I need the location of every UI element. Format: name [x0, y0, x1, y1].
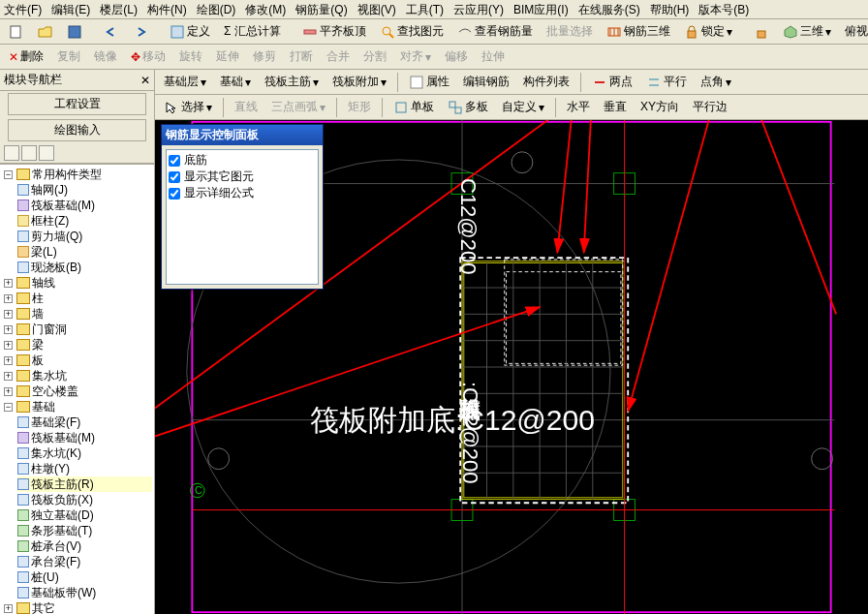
multi-button[interactable]: 多板	[443, 97, 493, 117]
view-rebar-button[interactable]: 查看钢筋量	[452, 21, 538, 42]
tree-shear-wall[interactable]: 剪力墙(Q)	[17, 229, 152, 244]
component-tree[interactable]: −常用构件类型 轴网(J) 筏板基础(M) 框柱(Z) 剪力墙(Q) 梁(L) …	[0, 164, 154, 614]
select-button[interactable]: 选择▾	[159, 97, 217, 117]
tree-raft-base2[interactable]: 筏板基础(M)	[17, 430, 152, 445]
save-icon[interactable]	[62, 22, 87, 42]
break-button[interactable]: 打断	[285, 46, 318, 67]
flat-top-button[interactable]: 平齐板顶	[297, 21, 371, 42]
tree-other[interactable]: +其它	[4, 600, 152, 614]
open-icon[interactable]	[33, 22, 58, 42]
rebar-display-panel[interactable]: 钢筋显示控制面板 底筋 显示其它图元 显示详细公式	[161, 124, 324, 290]
tree-pile[interactable]: 桩(U)	[17, 569, 152, 585]
find-button[interactable]: 查找图元	[375, 21, 449, 42]
tree-axis-net[interactable]: 轴网(J)	[17, 182, 152, 198]
mirror-button[interactable]: 镜像	[89, 46, 122, 67]
tree-raft-main[interactable]: 筏板主筋(R)	[17, 476, 152, 492]
split-button[interactable]: 分割	[358, 46, 391, 67]
level-button[interactable]: 水平	[562, 97, 595, 117]
menu-file[interactable]: 文件(F)	[4, 2, 42, 16]
single-button[interactable]: 单板	[388, 97, 439, 117]
base-item-select[interactable]: 基础▾	[215, 72, 256, 92]
menu-component[interactable]: 构件(N)	[147, 2, 187, 16]
check-other[interactable]: 显示其它图元	[169, 169, 316, 185]
tree-iso-foot[interactable]: 独立基础(D)	[17, 507, 152, 523]
raft-add-select[interactable]: 筏板附加▾	[327, 72, 391, 92]
stretch-button[interactable]: 拉伸	[477, 46, 510, 67]
xy-button[interactable]: XY方向	[636, 97, 684, 117]
vert-button[interactable]: 垂直	[599, 97, 632, 117]
menu-draw[interactable]: 绘图(D)	[197, 2, 236, 16]
rotate-button[interactable]: 旋转	[174, 46, 207, 67]
unlock-icon[interactable]	[749, 22, 774, 42]
rebar-3d-button[interactable]: 钢筋三维	[602, 21, 675, 42]
tree-sump-k[interactable]: 集水坑(K)	[17, 445, 152, 461]
tree-icon[interactable]	[39, 145, 54, 161]
menu-bim[interactable]: BIM应用(I)	[513, 2, 569, 16]
move-button[interactable]: ✥移动	[126, 46, 170, 67]
view-mode-select[interactable]: 三维▾	[778, 21, 836, 42]
custom-button[interactable]: 自定义▾	[497, 97, 549, 117]
define-button[interactable]: 定义	[165, 21, 215, 42]
menu-tool[interactable]: 工具(T)	[406, 2, 444, 16]
tree-axis[interactable]: +轴线	[4, 275, 152, 291]
tree-hollow[interactable]: +空心楼盖	[4, 384, 152, 399]
menu-rebar[interactable]: 钢筋量(Q)	[295, 2, 347, 16]
line-button[interactable]: 直线	[230, 97, 263, 117]
tree-base-band[interactable]: 基础板带(W)	[17, 585, 152, 600]
undo-icon[interactable]	[99, 22, 124, 42]
redo-icon[interactable]	[128, 22, 153, 42]
tree-column[interactable]: +柱	[4, 291, 152, 306]
menu-version[interactable]: 版本号(B)	[698, 2, 749, 16]
extend-button[interactable]: 延伸	[211, 46, 244, 67]
tree-sump[interactable]: +集水坑	[4, 368, 152, 384]
batch-select-button[interactable]: 批量选择	[542, 21, 598, 42]
corner-button[interactable]: 点角▾	[696, 72, 736, 92]
trim-button[interactable]: 修剪	[248, 46, 281, 67]
tree-raft-base[interactable]: 筏板基础(M)	[17, 198, 152, 213]
sum-button[interactable]: Σ 汇总计算	[219, 21, 286, 42]
offset-button[interactable]: 偏移	[440, 46, 473, 67]
merge-button[interactable]: 合并	[322, 46, 355, 67]
lock-button[interactable]: 锁定▾	[679, 21, 737, 42]
rect-button[interactable]: 矩形	[343, 97, 376, 117]
tree-root[interactable]: −常用构件类型	[4, 167, 152, 182]
tree-opening[interactable]: +门窗洞	[4, 322, 152, 337]
align-button[interactable]: 对齐▾	[395, 46, 436, 67]
menu-cloud[interactable]: 云应用(Y)	[453, 2, 504, 16]
tree-cast-slab[interactable]: 现浇板(B)	[17, 260, 152, 275]
tree-wall[interactable]: +墙	[4, 306, 152, 322]
base-layer-select[interactable]: 基础层▾	[159, 72, 211, 92]
raft-main-select[interactable]: 筏板主筋▾	[260, 72, 324, 92]
menu-online[interactable]: 在线服务(S)	[578, 2, 640, 16]
tree-raft-neg[interactable]: 筏板负筋(X)	[17, 492, 152, 507]
draw-input-button[interactable]: 绘图输入	[8, 119, 146, 141]
parallel-button[interactable]: 平行	[641, 72, 692, 92]
tree-pile-bear[interactable]: 承台梁(F)	[17, 554, 152, 569]
tree-base-beam[interactable]: 基础梁(F)	[17, 414, 152, 430]
project-settings-button[interactable]: 工程设置	[8, 93, 146, 115]
tree-beam[interactable]: +梁	[4, 337, 152, 353]
check-bottom[interactable]: 底筋	[169, 152, 316, 169]
copy-button[interactable]: 复制	[52, 46, 85, 67]
top-view-button[interactable]: 俯视	[840, 21, 868, 42]
menu-edit[interactable]: 编辑(E)	[51, 2, 90, 16]
two-point-button[interactable]: 两点	[587, 72, 637, 92]
menu-help[interactable]: 帮助(H)	[650, 2, 690, 16]
delete-button[interactable]: ✕删除	[4, 46, 48, 67]
expand-icon[interactable]	[21, 145, 37, 161]
panel-title[interactable]: 钢筋显示控制面板	[162, 125, 323, 145]
tree-frame-col[interactable]: 框柱(Z)	[17, 213, 152, 229]
collapse-all-icon[interactable]	[4, 145, 19, 161]
tree-pile-cap[interactable]: 桩承台(V)	[17, 538, 152, 554]
tree-slab[interactable]: +板	[4, 353, 152, 368]
tree-beam-l[interactable]: 梁(L)	[17, 244, 152, 260]
component-list-button[interactable]: 构件列表	[518, 72, 574, 92]
tree-base[interactable]: −基础	[4, 399, 152, 414]
check-formula[interactable]: 显示详细公式	[169, 185, 316, 201]
menu-modify[interactable]: 修改(M)	[245, 2, 286, 16]
menu-floor[interactable]: 楼层(L)	[100, 2, 138, 16]
pin-icon[interactable]: ✕	[140, 74, 150, 87]
property-button[interactable]: 属性	[404, 72, 454, 92]
tree-pillar[interactable]: 柱墩(Y)	[17, 461, 152, 476]
tree-strip-foot[interactable]: 条形基础(T)	[17, 523, 152, 538]
